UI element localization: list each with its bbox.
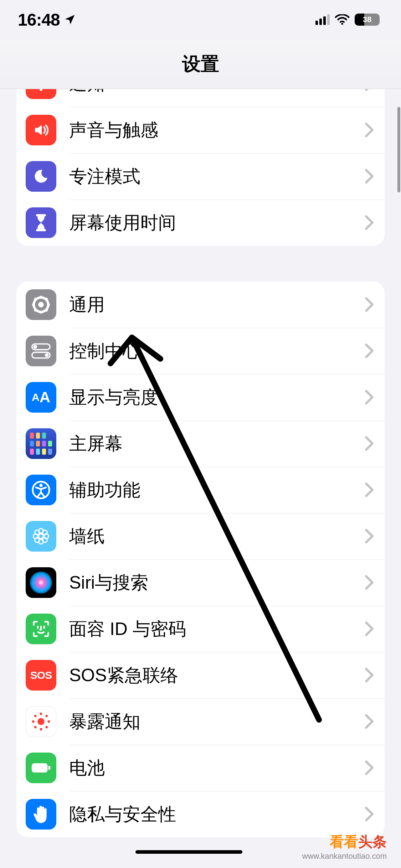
- watermark-url: www.kankantoutiao.com: [302, 852, 387, 861]
- row-label: 主屏幕: [69, 432, 365, 456]
- row-privacy[interactable]: 隐私与安全性: [16, 791, 385, 837]
- chevron-right-icon: [365, 297, 374, 312]
- battery-settings-icon: [26, 753, 56, 783]
- row-wallpaper[interactable]: 墙纸: [16, 513, 385, 559]
- svg-line-15: [46, 298, 48, 300]
- status-right: 38: [315, 14, 380, 26]
- row-homescreen[interactable]: 主屏幕: [16, 420, 385, 467]
- annotation-underline: [135, 850, 242, 854]
- row-sos[interactable]: SOS SOS紧急联络: [16, 652, 385, 698]
- watermark: 看看头条 www.kankantoutiao.com: [302, 832, 387, 861]
- chevron-right-icon: [365, 169, 374, 184]
- row-label: 屏幕使用时间: [69, 211, 365, 235]
- row-screentime[interactable]: 屏幕使用时间: [16, 200, 385, 246]
- row-controlcenter[interactable]: 控制中心: [16, 328, 385, 374]
- row-label: 隐私与安全性: [69, 802, 365, 826]
- svg-point-17: [33, 345, 37, 349]
- bell-icon: [26, 89, 56, 99]
- svg-point-38: [34, 715, 37, 717]
- svg-line-12: [35, 298, 36, 300]
- speaker-icon: [26, 115, 56, 145]
- chevron-right-icon: [365, 760, 374, 776]
- svg-point-22: [39, 534, 43, 539]
- row-display[interactable]: AA 显示与亮度: [16, 374, 385, 420]
- chevron-right-icon: [365, 122, 374, 138]
- gear-icon: [26, 289, 56, 320]
- chevron-right-icon: [365, 667, 374, 683]
- row-exposure[interactable]: 暴露通知: [16, 698, 385, 745]
- svg-point-41: [45, 726, 48, 728]
- chevron-right-icon: [365, 806, 374, 822]
- row-sounds[interactable]: 声音与触感: [16, 107, 385, 153]
- svg-point-40: [34, 726, 37, 728]
- svg-point-0: [341, 23, 343, 25]
- row-label: Siri与搜索: [69, 571, 365, 595]
- chevron-right-icon: [365, 482, 374, 498]
- row-label: 通用: [69, 293, 365, 317]
- sos-icon: SOS: [26, 660, 56, 691]
- siri-icon: [26, 567, 56, 598]
- faceid-icon: [26, 614, 56, 644]
- exposure-icon: [26, 706, 56, 737]
- svg-line-14: [35, 310, 36, 311]
- settings-scrollview[interactable]: 通知 声音与触感 专注模式 屏幕使用时间: [0, 89, 401, 868]
- battery-icon: 38: [355, 14, 380, 26]
- row-label: 通知: [69, 89, 365, 96]
- nav-bar: 设置: [0, 39, 401, 89]
- row-label: 显示与亮度: [69, 386, 365, 409]
- row-accessibility[interactable]: 辅助功能: [16, 467, 385, 513]
- row-focus[interactable]: 专注模式: [16, 153, 385, 200]
- svg-point-33: [37, 718, 44, 725]
- row-battery[interactable]: 电池: [16, 745, 385, 791]
- row-general[interactable]: 通用: [16, 281, 385, 328]
- row-label: 控制中心: [69, 339, 365, 363]
- settings-group-2: 通用 控制中心 AA 显示与亮度 主屏幕: [16, 281, 385, 837]
- row-notifications[interactable]: 通知: [16, 89, 385, 107]
- chevron-right-icon: [365, 389, 374, 405]
- row-label: 声音与触感: [69, 118, 365, 142]
- row-label: 墙纸: [69, 525, 365, 548]
- svg-rect-5: [36, 229, 46, 231]
- chevron-right-icon: [365, 343, 374, 359]
- row-siri[interactable]: Siri与搜索: [16, 559, 385, 606]
- chevron-right-icon: [365, 621, 374, 637]
- chevron-right-icon: [365, 528, 374, 544]
- page-title: 设置: [182, 52, 219, 77]
- chevron-right-icon: [365, 215, 374, 231]
- settings-group-1: 通知 声音与触感 专注模式 屏幕使用时间: [16, 89, 385, 246]
- chevron-right-icon: [365, 575, 374, 590]
- status-time: 16:48: [18, 10, 76, 30]
- svg-point-39: [45, 715, 48, 717]
- home-grid-icon: [26, 428, 56, 459]
- location-icon: [64, 14, 76, 25]
- svg-rect-43: [48, 766, 51, 770]
- row-label: SOS紧急联络: [69, 663, 365, 687]
- switches-icon: [26, 336, 56, 366]
- time-label: 16:48: [18, 10, 60, 30]
- wifi-icon: [335, 14, 350, 25]
- watermark-text: 看看头条: [302, 832, 387, 852]
- row-label: 暴露通知: [69, 710, 365, 734]
- row-label: 面容 ID 与密码: [69, 617, 365, 641]
- svg-point-35: [40, 728, 42, 730]
- row-faceid[interactable]: 面容 ID 与密码: [16, 606, 385, 652]
- status-bar: 16:48 38: [0, 0, 401, 39]
- signal-icon: [315, 14, 330, 25]
- row-label: 电池: [69, 756, 365, 780]
- battery-percent-label: 38: [355, 14, 380, 26]
- scrollbar-thumb[interactable]: [397, 107, 400, 192]
- row-label: 辅助功能: [69, 478, 365, 502]
- chevron-right-icon: [365, 714, 374, 729]
- svg-point-19: [45, 353, 49, 357]
- moon-icon: [26, 161, 56, 192]
- accessibility-icon: [26, 475, 56, 505]
- svg-rect-42: [32, 763, 48, 773]
- hand-icon: [26, 799, 56, 830]
- svg-point-34: [40, 713, 42, 715]
- row-label: 专注模式: [69, 165, 365, 188]
- svg-point-21: [39, 484, 42, 487]
- svg-point-37: [47, 720, 50, 723]
- svg-point-36: [32, 720, 35, 723]
- hourglass-icon: [26, 207, 56, 238]
- svg-point-3: [40, 89, 42, 91]
